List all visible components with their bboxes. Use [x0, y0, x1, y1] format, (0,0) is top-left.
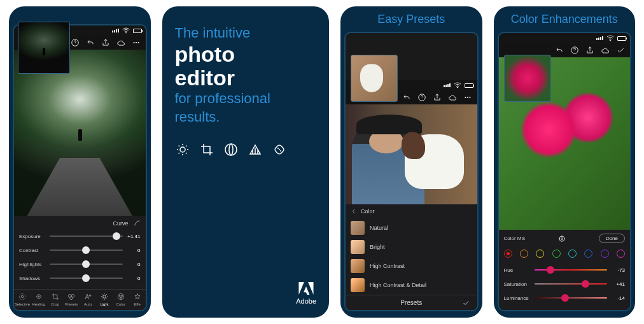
slider-shadows[interactable]: Shadows 0 — [19, 271, 141, 285]
tool-selective[interactable]: Selective — [14, 292, 31, 306]
slider-label: Exposure — [19, 234, 46, 239]
wifi-icon — [606, 34, 615, 43]
tool-presets[interactable]: Presets — [63, 292, 80, 306]
curve-label[interactable]: Curve — [113, 220, 128, 227]
before-thumbnail[interactable] — [351, 55, 398, 102]
slider-saturation[interactable]: Saturation +41 — [504, 277, 626, 291]
slider-label: Highlights — [19, 262, 46, 267]
undo-icon[interactable] — [402, 93, 411, 102]
slider-contrast[interactable]: Contrast 0 — [19, 243, 141, 257]
svg-point-11 — [103, 295, 106, 299]
done-button[interactable]: Done — [599, 234, 625, 243]
slider-value: +1.41 — [127, 234, 141, 239]
slider-value: -73 — [611, 267, 625, 273]
slider-value: +41 — [611, 281, 625, 287]
share-icon[interactable] — [585, 46, 594, 55]
svg-point-25 — [466, 97, 468, 98]
edit-panel: Curve Exposure +1.41 Contrast 0 Highligh… — [14, 216, 146, 289]
slider-highlights[interactable]: Highlights 0 — [19, 257, 141, 271]
adobe-logo-icon — [298, 282, 314, 295]
preset-footer: Presets — [346, 295, 477, 310]
color-swatch-blue[interactable] — [584, 250, 592, 258]
curve-icon[interactable] — [134, 220, 141, 227]
battery-icon — [133, 29, 142, 33]
color-swatch-green[interactable] — [552, 250, 561, 258]
svg-point-10 — [70, 297, 73, 300]
slider-luminance[interactable]: Luminance -14 — [504, 291, 626, 305]
tool-light[interactable]: Light — [96, 292, 113, 306]
preset-item[interactable]: High Contrast — [346, 257, 477, 276]
before-thumbnail[interactable] — [504, 55, 551, 102]
help-icon[interactable] — [570, 46, 579, 55]
crop-icon — [199, 142, 214, 157]
signal-icon — [596, 36, 603, 40]
bottom-toolstrip: Selective Healing Crop Presets Auto Ligh… — [14, 289, 146, 310]
screenshot-presets: Easy Presets Color Natural Bright — [340, 6, 482, 318]
share-icon[interactable] — [101, 38, 110, 47]
color-swatch-aqua[interactable] — [568, 250, 577, 258]
undo-icon[interactable] — [86, 38, 95, 47]
healing-icon — [272, 142, 287, 157]
tool-healing[interactable]: Healing — [31, 292, 47, 306]
svg-point-20 — [280, 150, 281, 151]
geometry-icon — [248, 142, 263, 157]
color-panel: Color Mix Done Hue -73 Saturation — [499, 230, 631, 310]
target-icon[interactable] — [558, 235, 566, 243]
slider-hue[interactable]: Hue -73 — [504, 263, 626, 277]
more-icon[interactable] — [132, 38, 141, 47]
slider-label: Shadows — [19, 276, 46, 281]
more-icon[interactable] — [463, 93, 472, 102]
slider-label: Luminance — [504, 295, 531, 301]
svg-point-14 — [122, 295, 123, 297]
color-swatch-magenta[interactable] — [617, 250, 625, 258]
slider-value: 0 — [127, 276, 141, 281]
help-icon[interactable] — [71, 38, 80, 47]
svg-point-4 — [137, 42, 139, 43]
preset-group-header[interactable]: Color — [346, 204, 477, 218]
check-icon[interactable] — [616, 46, 625, 55]
slider-exposure[interactable]: Exposure +1.41 — [19, 229, 141, 243]
svg-point-27 — [610, 40, 610, 41]
slider-label: Hue — [504, 267, 531, 273]
color-swatch-yellow[interactable] — [536, 250, 544, 258]
battery-icon — [617, 36, 626, 41]
svg-point-2 — [133, 42, 134, 43]
color-swatch-red[interactable] — [504, 250, 512, 258]
cloud-icon[interactable] — [448, 93, 457, 102]
preset-panel: Color Natural Bright High Contrast High … — [346, 204, 477, 310]
help-icon[interactable] — [417, 93, 426, 102]
tool-auto[interactable]: Auto — [80, 292, 96, 306]
check-icon[interactable] — [462, 299, 470, 307]
status-bar — [499, 33, 631, 43]
presets-tab-label[interactable]: Presets — [400, 299, 422, 306]
signal-icon — [444, 83, 451, 87]
preset-item[interactable]: High Contrast & Detail — [346, 276, 477, 295]
cloud-icon[interactable] — [601, 46, 610, 55]
before-thumbnail[interactable] — [18, 22, 70, 74]
svg-point-24 — [465, 97, 466, 98]
undo-icon[interactable] — [555, 46, 564, 55]
preset-item[interactable]: Natural — [346, 218, 477, 237]
color-swatch-orange[interactable] — [520, 250, 528, 258]
color-swatch-purple[interactable] — [601, 250, 609, 258]
tool-crop[interactable]: Crop — [47, 292, 64, 306]
svg-point-26 — [469, 97, 470, 98]
color-circles — [504, 247, 626, 263]
wifi-icon — [122, 26, 130, 35]
edited-image[interactable] — [346, 104, 477, 204]
screenshot-editor: Curve Exposure +1.41 Contrast 0 Highligh… — [9, 6, 151, 318]
tool-color[interactable]: Color — [113, 292, 129, 306]
preset-item[interactable]: Bright — [346, 237, 477, 257]
slider-value: 0 — [127, 262, 141, 267]
wifi-icon — [453, 81, 462, 90]
cloud-icon[interactable] — [116, 38, 125, 47]
svg-point-3 — [135, 42, 136, 43]
edited-image[interactable] — [14, 50, 146, 216]
tool-effects[interactable]: Effe — [129, 292, 146, 306]
slider-label: Saturation — [504, 281, 531, 287]
share-icon[interactable] — [433, 93, 442, 102]
svg-point-17 — [225, 144, 237, 155]
brand-block: Adobe — [296, 282, 316, 305]
svg-point-12 — [118, 293, 123, 299]
signal-icon — [112, 29, 119, 32]
